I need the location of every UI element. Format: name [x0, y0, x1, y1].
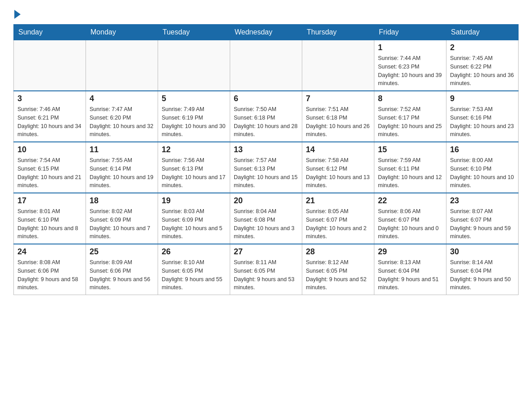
day-info: Sunrise: 7:51 AM Sunset: 6:18 PM Dayligh…: [306, 105, 370, 139]
day-info: Sunrise: 7:47 AM Sunset: 6:20 PM Dayligh…: [90, 105, 154, 139]
day-info: Sunrise: 7:44 AM Sunset: 6:23 PM Dayligh…: [378, 54, 442, 88]
day-info: Sunrise: 7:56 AM Sunset: 6:13 PM Dayligh…: [162, 156, 226, 190]
day-number: 10: [17, 145, 82, 154]
day-number: 6: [234, 94, 298, 103]
day-info: Sunrise: 7:55 AM Sunset: 6:14 PM Dayligh…: [90, 156, 154, 190]
day-info: Sunrise: 8:07 AM Sunset: 6:07 PM Dayligh…: [450, 207, 515, 241]
day-number: 28: [306, 247, 370, 257]
day-info: Sunrise: 8:14 AM Sunset: 6:04 PM Dayligh…: [450, 258, 515, 292]
logo: [13, 9, 21, 17]
day-number: 25: [90, 247, 154, 257]
weekday-header-sunday: Sunday: [14, 25, 86, 40]
day-info: Sunrise: 7:46 AM Sunset: 6:21 PM Dayligh…: [17, 105, 82, 139]
day-number: 14: [306, 145, 370, 154]
weekday-header-thursday: Thursday: [302, 25, 374, 40]
day-number: 2: [450, 43, 515, 52]
calendar-cell: [14, 40, 86, 91]
calendar-cell: 17Sunrise: 8:01 AM Sunset: 6:10 PM Dayli…: [14, 193, 86, 244]
day-info: Sunrise: 7:54 AM Sunset: 6:15 PM Dayligh…: [17, 156, 82, 190]
day-info: Sunrise: 8:09 AM Sunset: 6:06 PM Dayligh…: [90, 258, 154, 292]
day-info: Sunrise: 8:05 AM Sunset: 6:07 PM Dayligh…: [306, 207, 370, 241]
day-info: Sunrise: 7:50 AM Sunset: 6:18 PM Dayligh…: [234, 105, 298, 139]
day-number: 30: [450, 247, 515, 257]
calendar-cell: 20Sunrise: 8:04 AM Sunset: 6:08 PM Dayli…: [230, 193, 302, 244]
calendar-table: SundayMondayTuesdayWednesdayThursdayFrid…: [13, 24, 519, 295]
day-number: 12: [162, 145, 226, 154]
weekday-header-tuesday: Tuesday: [158, 25, 230, 40]
day-number: 4: [90, 94, 154, 103]
weekday-header-monday: Monday: [86, 25, 158, 40]
day-number: 16: [450, 145, 515, 154]
calendar-cell: 11Sunrise: 7:55 AM Sunset: 6:14 PM Dayli…: [86, 142, 158, 193]
day-info: Sunrise: 7:52 AM Sunset: 6:17 PM Dayligh…: [378, 105, 442, 139]
day-info: Sunrise: 8:11 AM Sunset: 6:05 PM Dayligh…: [234, 258, 298, 292]
day-number: 9: [450, 94, 515, 103]
day-info: Sunrise: 7:49 AM Sunset: 6:19 PM Dayligh…: [162, 105, 226, 139]
day-number: 22: [378, 196, 442, 206]
day-number: 15: [378, 145, 442, 154]
day-info: Sunrise: 8:06 AM Sunset: 6:07 PM Dayligh…: [378, 207, 442, 241]
calendar-cell: 30Sunrise: 8:14 AM Sunset: 6:04 PM Dayli…: [446, 244, 519, 295]
day-number: 29: [378, 247, 442, 257]
day-info: Sunrise: 8:02 AM Sunset: 6:09 PM Dayligh…: [90, 207, 154, 241]
calendar-cell: 23Sunrise: 8:07 AM Sunset: 6:07 PM Dayli…: [446, 193, 519, 244]
day-number: 7: [306, 94, 370, 103]
day-number: 24: [17, 247, 82, 257]
day-info: Sunrise: 8:13 AM Sunset: 6:04 PM Dayligh…: [378, 258, 442, 292]
day-info: Sunrise: 8:00 AM Sunset: 6:10 PM Dayligh…: [450, 156, 515, 190]
day-number: 26: [162, 247, 226, 257]
weekday-header-wednesday: Wednesday: [230, 25, 302, 40]
calendar-week-row: 1Sunrise: 7:44 AM Sunset: 6:23 PM Daylig…: [14, 40, 519, 91]
calendar-cell: 21Sunrise: 8:05 AM Sunset: 6:07 PM Dayli…: [302, 193, 374, 244]
calendar-cell: 29Sunrise: 8:13 AM Sunset: 6:04 PM Dayli…: [374, 244, 446, 295]
calendar-cell: 7Sunrise: 7:51 AM Sunset: 6:18 PM Daylig…: [302, 91, 374, 142]
day-number: 8: [378, 94, 442, 103]
day-number: 3: [17, 94, 82, 103]
day-info: Sunrise: 8:10 AM Sunset: 6:05 PM Dayligh…: [162, 258, 226, 292]
day-info: Sunrise: 8:03 AM Sunset: 6:09 PM Dayligh…: [162, 207, 226, 241]
calendar-cell: [230, 40, 302, 91]
calendar-cell: [302, 40, 374, 91]
calendar-cell: 10Sunrise: 7:54 AM Sunset: 6:15 PM Dayli…: [14, 142, 86, 193]
calendar-cell: 9Sunrise: 7:53 AM Sunset: 6:16 PM Daylig…: [446, 91, 519, 142]
calendar-cell: 26Sunrise: 8:10 AM Sunset: 6:05 PM Dayli…: [158, 244, 230, 295]
calendar-cell: 19Sunrise: 8:03 AM Sunset: 6:09 PM Dayli…: [158, 193, 230, 244]
calendar-cell: 15Sunrise: 7:59 AM Sunset: 6:11 PM Dayli…: [374, 142, 446, 193]
day-info: Sunrise: 7:59 AM Sunset: 6:11 PM Dayligh…: [378, 156, 442, 190]
calendar-cell: 3Sunrise: 7:46 AM Sunset: 6:21 PM Daylig…: [14, 91, 86, 142]
day-number: 23: [450, 196, 515, 206]
calendar-cell: 28Sunrise: 8:12 AM Sunset: 6:05 PM Dayli…: [302, 244, 374, 295]
calendar-cell: 27Sunrise: 8:11 AM Sunset: 6:05 PM Dayli…: [230, 244, 302, 295]
day-number: 1: [378, 43, 442, 52]
calendar-cell: 5Sunrise: 7:49 AM Sunset: 6:19 PM Daylig…: [158, 91, 230, 142]
day-number: 11: [90, 145, 154, 154]
calendar-week-row: 17Sunrise: 8:01 AM Sunset: 6:10 PM Dayli…: [14, 193, 519, 244]
calendar-cell: 8Sunrise: 7:52 AM Sunset: 6:17 PM Daylig…: [374, 91, 446, 142]
day-number: 5: [162, 94, 226, 103]
day-info: Sunrise: 8:01 AM Sunset: 6:10 PM Dayligh…: [17, 207, 82, 241]
calendar-cell: 13Sunrise: 7:57 AM Sunset: 6:13 PM Dayli…: [230, 142, 302, 193]
calendar-cell: 18Sunrise: 8:02 AM Sunset: 6:09 PM Dayli…: [86, 193, 158, 244]
day-info: Sunrise: 8:08 AM Sunset: 6:06 PM Dayligh…: [17, 258, 82, 292]
day-info: Sunrise: 8:12 AM Sunset: 6:05 PM Dayligh…: [306, 258, 370, 292]
calendar-cell: 2Sunrise: 7:45 AM Sunset: 6:22 PM Daylig…: [446, 40, 519, 91]
page-header: [13, 9, 519, 17]
logo-triangle-icon: [14, 10, 21, 19]
calendar-cell: 12Sunrise: 7:56 AM Sunset: 6:13 PM Dayli…: [158, 142, 230, 193]
day-number: 19: [162, 196, 226, 206]
calendar-cell: [158, 40, 230, 91]
calendar-cell: 1Sunrise: 7:44 AM Sunset: 6:23 PM Daylig…: [374, 40, 446, 91]
calendar-cell: 4Sunrise: 7:47 AM Sunset: 6:20 PM Daylig…: [86, 91, 158, 142]
day-info: Sunrise: 7:53 AM Sunset: 6:16 PM Dayligh…: [450, 105, 515, 139]
day-number: 17: [17, 196, 82, 206]
calendar-cell: 25Sunrise: 8:09 AM Sunset: 6:06 PM Dayli…: [86, 244, 158, 295]
calendar-week-row: 24Sunrise: 8:08 AM Sunset: 6:06 PM Dayli…: [14, 244, 519, 295]
calendar-cell: 16Sunrise: 8:00 AM Sunset: 6:10 PM Dayli…: [446, 142, 519, 193]
calendar-cell: 6Sunrise: 7:50 AM Sunset: 6:18 PM Daylig…: [230, 91, 302, 142]
day-info: Sunrise: 7:45 AM Sunset: 6:22 PM Dayligh…: [450, 54, 515, 88]
calendar-cell: 14Sunrise: 7:58 AM Sunset: 6:12 PM Dayli…: [302, 142, 374, 193]
weekday-header-saturday: Saturday: [446, 25, 519, 40]
day-number: 21: [306, 196, 370, 206]
calendar-week-row: 3Sunrise: 7:46 AM Sunset: 6:21 PM Daylig…: [14, 91, 519, 142]
day-info: Sunrise: 8:04 AM Sunset: 6:08 PM Dayligh…: [234, 207, 298, 241]
